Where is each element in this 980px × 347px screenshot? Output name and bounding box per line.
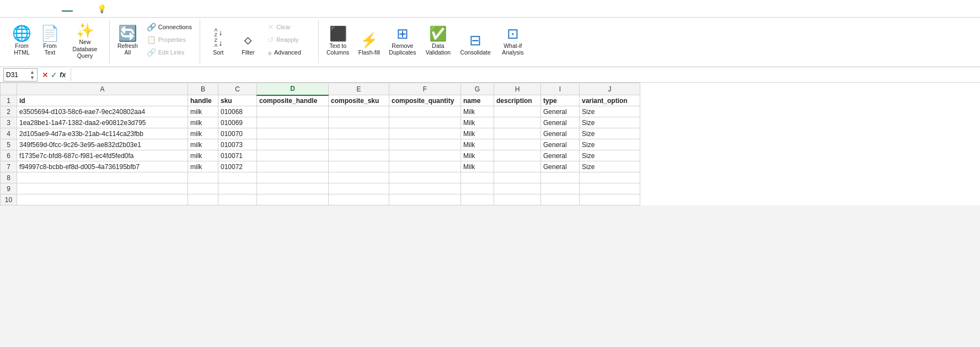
cell-f5[interactable] <box>389 139 461 150</box>
cell-j2[interactable]: Size <box>580 106 640 117</box>
edit-links-button[interactable]: 🔗 Edit Links <box>143 46 195 58</box>
cell-d5[interactable] <box>257 139 329 150</box>
cell-a7[interactable]: f94997c8-bcbb-ef8d-d005-4a736195bfb7 <box>17 161 188 172</box>
cell-e3[interactable] <box>329 117 389 128</box>
cell-i3[interactable]: General <box>541 117 580 128</box>
col-header-d[interactable]: D <box>257 83 329 95</box>
cell-d6[interactable] <box>257 150 329 161</box>
cell-e10[interactable] <box>329 194 389 205</box>
cell-b10[interactable] <box>188 194 218 205</box>
cell-d1[interactable]: composite_handle <box>257 95 329 106</box>
cell-h5[interactable] <box>494 139 541 150</box>
cell-c2[interactable]: 010068 <box>218 106 257 117</box>
cell-f9[interactable] <box>389 183 461 194</box>
cell-i10[interactable] <box>541 194 580 205</box>
cell-i7[interactable]: General <box>541 161 580 172</box>
cell-a4[interactable]: 2d105ae9-4d7a-e33b-21ab-4c114ca23fbb <box>17 128 188 139</box>
cell-c3[interactable]: 010069 <box>218 117 257 128</box>
cell-a6[interactable]: f1735e7c-bfd8-687c-f981-ec4fd5fed0fa <box>17 150 188 161</box>
cell-c6[interactable]: 010071 <box>218 150 257 161</box>
cell-e6[interactable] <box>329 150 389 161</box>
col-header-e[interactable]: E <box>329 83 389 95</box>
cell-a2[interactable]: e3505694-d103-58c6-eae7-9ec240802aa4 <box>17 106 188 117</box>
cell-c9[interactable] <box>218 183 257 194</box>
function-icon[interactable]: fx <box>60 71 66 79</box>
cell-c8[interactable] <box>218 172 257 183</box>
what-if-analysis-button[interactable]: ⊡ What-ifAnalysis <box>496 21 529 58</box>
cell-a3[interactable]: 1ea28be1-1a47-1382-daa2-e90812e3d795 <box>17 117 188 128</box>
row-number[interactable]: 1 <box>1 95 17 106</box>
cell-g2[interactable]: Milk <box>461 106 494 117</box>
cell-j3[interactable]: Size <box>580 117 640 128</box>
cell-h9[interactable] <box>494 183 541 194</box>
cell-a10[interactable] <box>17 194 188 205</box>
row-number[interactable]: 8 <box>1 172 17 183</box>
cell-b1[interactable]: handle <box>188 95 218 106</box>
cell-d3[interactable] <box>257 117 329 128</box>
cell-b3[interactable]: milk <box>188 117 218 128</box>
cell-c5[interactable]: 010073 <box>218 139 257 150</box>
connections-button[interactable]: 🔗 Connections <box>143 21 195 33</box>
row-number[interactable]: 9 <box>1 183 17 194</box>
cell-e1[interactable]: composite_sku <box>329 95 389 106</box>
cell-b5[interactable]: milk <box>188 139 218 150</box>
text-to-columns-button[interactable]: ⬛ Text toColumns <box>323 21 352 58</box>
clear-button[interactable]: ✕ Clear <box>264 21 314 33</box>
properties-button[interactable]: 📋 Properties <box>143 34 195 46</box>
menu-review[interactable] <box>73 7 84 11</box>
reapply-button[interactable]: ↺ Reapply <box>264 34 314 46</box>
cell-d4[interactable] <box>257 128 329 139</box>
from-html-button[interactable]: 🌐 FromHTML <box>9 21 35 58</box>
cell-h7[interactable] <box>494 161 541 172</box>
sort-button[interactable]: AZ ↓ ZA ↓ Sort <box>205 21 232 58</box>
data-validation-button[interactable]: ✅ DataValidation <box>421 21 454 58</box>
cell-g10[interactable] <box>461 194 494 205</box>
cell-g8[interactable] <box>461 172 494 183</box>
row-number[interactable]: 2 <box>1 106 17 117</box>
cell-reference-box[interactable]: D31 ▲▼ <box>3 68 38 82</box>
cell-c10[interactable] <box>218 194 257 205</box>
col-header-h[interactable]: H <box>494 83 541 95</box>
cell-j7[interactable]: Size <box>580 161 640 172</box>
cell-i5[interactable]: General <box>541 139 580 150</box>
menu-insert[interactable] <box>18 7 29 11</box>
cell-f3[interactable] <box>389 117 461 128</box>
cell-b7[interactable]: milk <box>188 161 218 172</box>
cell-f6[interactable] <box>389 150 461 161</box>
cell-f7[interactable] <box>389 161 461 172</box>
row-number[interactable]: 3 <box>1 117 17 128</box>
cell-a9[interactable] <box>17 183 188 194</box>
cell-b4[interactable]: milk <box>188 128 218 139</box>
cell-c4[interactable]: 010070 <box>218 128 257 139</box>
flash-fill-button[interactable]: ⚡ Flash-fill <box>355 21 383 58</box>
cell-b2[interactable]: milk <box>188 106 218 117</box>
refresh-all-button[interactable]: 🔄 RefreshAll <box>114 21 141 58</box>
cell-h4[interactable] <box>494 128 541 139</box>
cell-j5[interactable]: Size <box>580 139 640 150</box>
cell-i8[interactable] <box>541 172 580 183</box>
formula-input[interactable] <box>71 68 977 81</box>
consolidate-button[interactable]: ⊟ Consolidate <box>457 21 494 58</box>
menu-tell-me[interactable] <box>109 7 120 11</box>
cell-b8[interactable] <box>188 172 218 183</box>
col-header-b[interactable]: B <box>188 83 218 95</box>
menu-draw[interactable] <box>29 7 40 11</box>
remove-duplicates-button[interactable]: ⊞ RemoveDuplicates <box>385 21 419 58</box>
col-header-i[interactable]: I <box>541 83 580 95</box>
cell-c1[interactable]: sku <box>218 95 257 106</box>
cell-e4[interactable] <box>329 128 389 139</box>
cell-c7[interactable]: 010072 <box>218 161 257 172</box>
cell-g1[interactable]: name <box>461 95 494 106</box>
filter-button[interactable]: ⬦ Filter <box>234 21 262 58</box>
col-header-j[interactable]: J <box>580 83 640 95</box>
cell-j6[interactable]: Size <box>580 150 640 161</box>
cell-i6[interactable]: General <box>541 150 580 161</box>
col-header-g[interactable]: G <box>461 83 494 95</box>
cell-i1[interactable]: type <box>541 95 580 106</box>
cell-f10[interactable] <box>389 194 461 205</box>
cell-g4[interactable]: Milk <box>461 128 494 139</box>
new-database-query-button[interactable]: ✨ New DatabaseQuery <box>65 21 105 62</box>
cell-g9[interactable] <box>461 183 494 194</box>
cell-a5[interactable]: 349f569d-0fcc-9c26-3e95-ae832d2b03e1 <box>17 139 188 150</box>
cell-e8[interactable] <box>329 172 389 183</box>
